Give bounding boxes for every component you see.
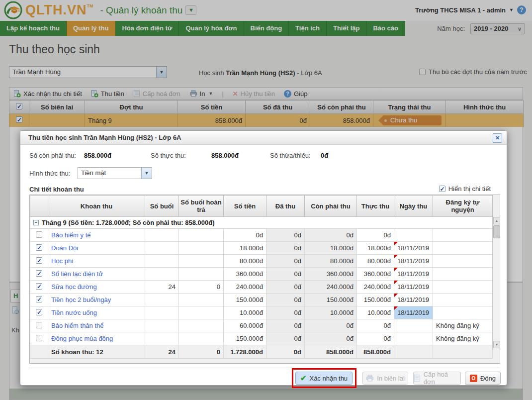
fee-paid: 0đ xyxy=(266,306,305,319)
remaining-value: 858.000đ xyxy=(84,152,111,159)
dialog-close-icon[interactable]: ✕ xyxy=(493,133,502,143)
fee-group-row[interactable]: Tháng 9 (Số tiền: 1.728.000đ; Số còn phả… xyxy=(30,217,493,229)
fee-actual[interactable]: 240.000đ xyxy=(357,281,394,294)
fee-actual[interactable]: 360.000đ xyxy=(357,268,394,281)
fee-row-checkbox[interactable] xyxy=(36,335,42,341)
show-detail-row: Hiển thị chi tiết xyxy=(439,185,491,193)
fee-remaining: 240.000đ xyxy=(305,281,357,294)
fee-actual[interactable]: 10.000đ xyxy=(357,306,394,319)
fee-name-link[interactable]: Tiền nước uống xyxy=(51,309,97,316)
fee-amount: 150.000đ xyxy=(224,294,266,306)
fee-name-link[interactable]: Bảo hiểm thân thể xyxy=(51,322,104,329)
actual-value: 858.000đ xyxy=(211,152,239,159)
fee-sessions xyxy=(145,319,179,332)
fee-actual[interactable]: 18.000đ xyxy=(357,242,394,255)
fee-date-text: 18/11/2019 xyxy=(397,270,429,278)
fee-date-text: 18/11/2019 xyxy=(397,309,429,316)
fee-remaining: 0đ xyxy=(305,319,357,332)
fee-refund xyxy=(179,306,224,319)
fee-sessions xyxy=(145,268,179,281)
fee-amount: 240.000đ xyxy=(224,281,266,294)
fee-row-checkbox[interactable] xyxy=(36,231,42,238)
fee-actual[interactable]: 80.000đ xyxy=(357,255,394,268)
fee-name-link[interactable]: Tiền học 2 buổi/ngày xyxy=(51,296,111,303)
fee-row-checkbox[interactable] xyxy=(36,283,42,290)
fee-name-link[interactable]: Đoàn Đội xyxy=(51,244,78,252)
fee-refund xyxy=(179,255,224,268)
fee-date[interactable] xyxy=(394,319,433,332)
fee-date-text: 18/11/2019 xyxy=(397,257,429,265)
show-detail-checkbox[interactable] xyxy=(439,186,445,192)
fee-col-name: Khoản thu xyxy=(48,196,145,217)
fee-refund xyxy=(179,319,224,332)
fee-paid: 0đ xyxy=(266,319,305,332)
scroll-thumb[interactable] xyxy=(493,225,500,238)
fee-remaining: 80.000đ xyxy=(305,255,357,268)
fee-row-checkbox[interactable] xyxy=(36,309,42,315)
fee-date[interactable]: 18/11/2019 xyxy=(394,294,433,306)
fee-date-text: 18/11/2019 xyxy=(397,296,429,303)
payment-method-value: Tiền mặt xyxy=(81,168,106,179)
fee-actual[interactable]: 150.000đ xyxy=(357,294,394,306)
fee-date[interactable]: 18/11/2019 xyxy=(394,255,433,268)
annotation-highlight xyxy=(292,368,356,388)
footer-separator xyxy=(28,368,500,368)
printer-icon xyxy=(366,375,374,382)
total-remaining: 858.000đ xyxy=(305,345,357,359)
fee-remaining: 18.000đ xyxy=(305,242,357,255)
collect-money-dialog: Thu tiền học sinh Trần Mạnh Hùng (HS2) -… xyxy=(20,130,507,386)
payment-method-arrow-icon[interactable]: ▼ xyxy=(141,168,152,179)
fee-row-checkbox[interactable] xyxy=(36,270,42,277)
fee-row: Sổ liên lạc điện tử360.000đ0đ360.000đ360… xyxy=(30,268,493,281)
fee-paid: 0đ xyxy=(266,294,305,306)
fee-amount: 60.000đ xyxy=(224,319,266,332)
fee-table-body: Tháng 9 (Số tiền: 1.728.000đ; Số còn phả… xyxy=(30,217,493,345)
fee-remaining: 10.000đ xyxy=(305,306,357,319)
edited-flag-icon xyxy=(394,255,398,258)
fee-amount: 10.000đ xyxy=(224,306,266,319)
fee-name-link[interactable]: Học phí xyxy=(51,257,74,265)
fee-paid: 0đ xyxy=(266,229,305,242)
close-o-icon: O xyxy=(470,375,477,382)
close-button[interactable]: O Đóng xyxy=(465,372,501,385)
fee-date[interactable]: 18/11/2019 xyxy=(394,242,433,255)
fee-name-link[interactable]: Bảo hiểm y tế xyxy=(51,231,91,239)
fee-date-text: 18/11/2019 xyxy=(397,244,429,252)
edited-flag-icon xyxy=(394,306,398,310)
fee-col-refund: Số buổi hoàn trả xyxy=(179,196,224,217)
fee-col-actual: Thực thu xyxy=(357,196,394,217)
payment-method-select[interactable]: Tiền mặt ▼ xyxy=(78,167,152,179)
fee-col-date: Ngày thu xyxy=(394,196,433,217)
scroll-down-icon[interactable]: ▼ xyxy=(493,341,500,348)
dialog-title: Thu tiền học sinh Trần Mạnh Hùng (HS2) -… xyxy=(20,131,507,145)
fee-actual[interactable]: 0đ xyxy=(357,319,394,332)
fee-row-checkbox[interactable] xyxy=(36,257,42,264)
fee-actual[interactable]: 0đ xyxy=(357,332,394,345)
fee-row: Tiền nước uống10.000đ0đ10.000đ10.000đ18/… xyxy=(30,306,493,319)
scroll-up-icon[interactable]: ▲ xyxy=(493,217,500,224)
fee-date[interactable]: 18/11/2019 xyxy=(394,268,433,281)
fee-detail-grid: Khoản thu Số buổi Số buổi hoàn trả Số ti… xyxy=(29,195,500,364)
fee-row-checkbox[interactable] xyxy=(36,244,42,251)
fee-voluntary xyxy=(433,268,493,281)
fee-col-sessions: Số buổi xyxy=(145,196,179,217)
fee-sessions xyxy=(145,255,179,268)
fee-date[interactable]: 18/11/2019 xyxy=(394,306,433,319)
fee-row-checkbox[interactable] xyxy=(36,296,42,302)
fee-refund xyxy=(179,242,224,255)
fee-remaining: 360.000đ xyxy=(305,268,357,281)
fee-table-scrollbar[interactable]: ▲ ▼ xyxy=(492,217,500,348)
fee-date[interactable] xyxy=(394,229,433,242)
fee-name-link[interactable]: Sữa học đường xyxy=(51,283,97,291)
fee-date[interactable] xyxy=(394,332,433,345)
invoice-icon xyxy=(414,375,421,382)
fee-date[interactable]: 18/11/2019 xyxy=(394,281,433,294)
fee-row-checkbox[interactable] xyxy=(36,322,42,328)
issue-invoice-button: Cấp hoá đơn xyxy=(413,372,461,385)
fee-actual[interactable]: 0đ xyxy=(357,229,394,242)
actual-label: Số thực thu: xyxy=(151,152,186,159)
fee-name-link[interactable]: Đồng phục mùa đông xyxy=(51,335,113,342)
fee-paid: 0đ xyxy=(266,242,305,255)
collapse-icon[interactable] xyxy=(33,220,39,225)
fee-name-link[interactable]: Sổ liên lạc điện tử xyxy=(51,270,103,278)
